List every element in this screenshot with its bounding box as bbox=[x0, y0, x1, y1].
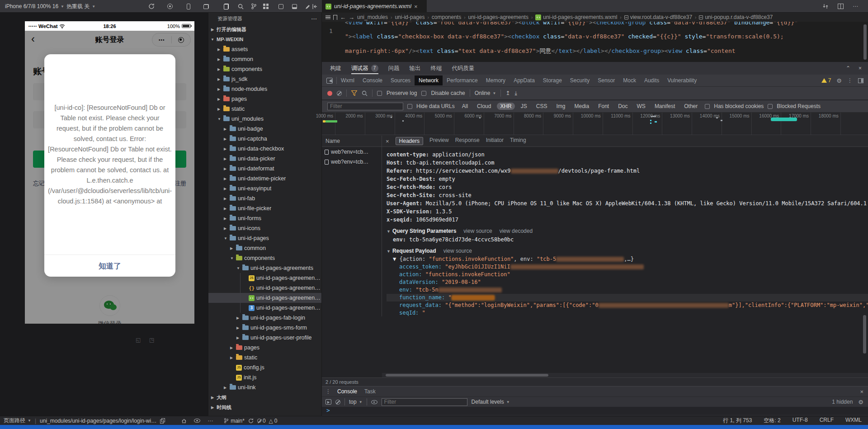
console-tab-task[interactable]: Task bbox=[364, 388, 376, 395]
tree-item-uni-file-picker[interactable]: ▶uni-file-picker bbox=[208, 203, 321, 213]
tree-item-uni-captcha[interactable]: ▶uni-captcha bbox=[208, 134, 321, 144]
query-string-section[interactable]: ▼Query String Parametersview sourceview … bbox=[387, 226, 868, 236]
payload-row-seqId[interactable]: seqId: " bbox=[387, 309, 868, 317]
payload-row-env[interactable]: env: "tcb-5n bbox=[387, 286, 868, 294]
tree-item-uni_modules[interactable]: ▼uni_modules bbox=[208, 114, 321, 124]
detail-tab-response[interactable]: Response bbox=[455, 137, 480, 145]
import-har-icon[interactable]: ↥ bbox=[505, 90, 510, 96]
sidebar-files-button[interactable] bbox=[220, 0, 232, 13]
filter-pill-manifest[interactable]: Manifest bbox=[651, 103, 678, 110]
filter-pill-cloud[interactable]: Cloud bbox=[474, 103, 494, 110]
payload-row-function_name[interactable]: function_name: " bbox=[387, 294, 868, 302]
editor-scrollbar[interactable] bbox=[863, 24, 867, 60]
eval-context-icon[interactable] bbox=[326, 399, 331, 405]
console-tab-console[interactable]: Console bbox=[337, 388, 357, 395]
tree-item-uni-datetime-picker[interactable]: ▶uni-datetime-picker bbox=[208, 174, 321, 184]
page-path-value[interactable]: uni_modules/uni-id-pages/pages/login/log… bbox=[40, 418, 156, 424]
filter-pill-js[interactable]: JS bbox=[518, 103, 530, 110]
request-row[interactable]: web?env=tcb… bbox=[322, 157, 382, 167]
tree-item-uni-dateformat[interactable]: ▶uni-dateformat bbox=[208, 164, 321, 174]
breadcrumb-item[interactable]: ‹›uni-id-pages-agreements.wxml bbox=[535, 14, 617, 20]
tree-item-js_sdk[interactable]: ▶js_sdk bbox=[208, 74, 321, 84]
close-detail-icon[interactable]: × bbox=[386, 138, 389, 145]
breadcrumb-item[interactable]: view.root.data-v-df88ce37 bbox=[624, 14, 692, 20]
export-har-icon[interactable]: ⤓ bbox=[514, 90, 517, 96]
tree-item-common[interactable]: ▶common bbox=[208, 54, 321, 64]
git-branch-status[interactable]: main* bbox=[224, 418, 245, 424]
tree-item-uni-id-pages-user-profile[interactable]: ▶uni-id-pages-user-profile bbox=[208, 333, 321, 343]
collapse-sidebar-button[interactable] bbox=[312, 0, 318, 13]
filter-pill-ws[interactable]: WS bbox=[634, 103, 649, 110]
detail-tab-initiator[interactable]: Initiator bbox=[486, 137, 504, 145]
detail-tab-timing[interactable]: Timing bbox=[510, 137, 526, 145]
panel-tab-代码质量[interactable]: 代码质量 bbox=[452, 62, 475, 75]
tree-item-node-modules[interactable]: ▶node-modules bbox=[208, 84, 321, 94]
view-source-link[interactable]: view source bbox=[443, 248, 472, 254]
split-editor-button[interactable] bbox=[835, 0, 846, 13]
open-editors-section[interactable]: ▶打开的编辑器 bbox=[208, 24, 321, 34]
filter-pill-font[interactable]: Font bbox=[595, 103, 612, 110]
tree-item-uni-data-checkbox[interactable]: ▶uni-data-checkbox bbox=[208, 144, 321, 154]
tree-item-pages[interactable]: ▶pages bbox=[208, 94, 321, 104]
encoding[interactable]: UTF-8 bbox=[793, 417, 808, 424]
tree-item-assets[interactable]: ▶assets bbox=[208, 44, 321, 54]
simulator-control-icon[interactable]: ◱ bbox=[136, 337, 141, 343]
tree-item-uni-id-pages-agreements[interactable]: ▼uni-id-pages-agreements bbox=[208, 263, 321, 273]
devtools-tab-memory[interactable]: Memory bbox=[482, 75, 509, 85]
tree-item-common[interactable]: ▶common bbox=[208, 243, 321, 253]
request-payload-section[interactable]: ▼Request Payloadview source bbox=[387, 246, 868, 255]
tree-item-static[interactable]: ▶static bbox=[208, 104, 321, 114]
detail-h-scrollbar[interactable] bbox=[382, 373, 868, 377]
devtools-tab-console[interactable]: Console bbox=[359, 75, 387, 85]
name-column-header[interactable]: Name bbox=[322, 136, 382, 147]
payload-row-action[interactable]: action: "functions.invokeFunction" bbox=[387, 271, 868, 278]
code-area[interactable]: 1 <view wx:if="{{a}}" class="root data-v… bbox=[322, 22, 868, 62]
watch-eye-icon[interactable] bbox=[194, 418, 200, 424]
cursor-position[interactable]: 行 1, 列 753 bbox=[723, 417, 752, 424]
tree-item-uni-id-pages-agreemen[interactable]: 3uni-id-pages-agreemen… bbox=[208, 303, 321, 313]
explorer-more-icon[interactable]: ⋯ bbox=[311, 15, 317, 22]
context-select[interactable]: top▼ bbox=[349, 399, 363, 405]
tree-item-initjs[interactable]: JSinit.js bbox=[208, 372, 321, 382]
tree-item-uni-id-pages[interactable]: ▼uni-id-pages bbox=[208, 233, 321, 243]
tree-item-uni-id-pages-fab-login[interactable]: ▶uni-id-pages-fab-login bbox=[208, 313, 321, 323]
timeline-section[interactable]: ▶时间线 bbox=[208, 402, 321, 412]
sidebar-extensions-button[interactable] bbox=[260, 0, 272, 13]
tree-item-uni-fab[interactable]: ▶uni-fab bbox=[208, 193, 321, 203]
page-path-select[interactable]: 页面路径▼ bbox=[4, 417, 31, 424]
close-drawer-icon[interactable]: × bbox=[860, 388, 868, 395]
payload-preview-row[interactable]: ▼ {action: "functions.invokeFunction", e… bbox=[387, 255, 868, 263]
settings-gear-icon[interactable]: ⚙ bbox=[836, 77, 842, 84]
filter-funnel-icon[interactable] bbox=[351, 90, 357, 96]
open-changes-button[interactable] bbox=[820, 0, 831, 13]
panel-tab-调试器[interactable]: 调试器7 bbox=[351, 62, 378, 75]
close-tab-icon[interactable]: × bbox=[414, 3, 418, 10]
panel-tab-构建[interactable]: 构建 bbox=[330, 62, 341, 75]
multi-window-button[interactable] bbox=[200, 0, 212, 13]
breadcrumb-item[interactable]: components bbox=[432, 14, 461, 20]
console-filter-input[interactable] bbox=[382, 398, 467, 406]
forward-arrow-icon[interactable]: → bbox=[349, 14, 354, 21]
payload-row-access_token[interactable]: access_token: "eyJhbGciOiJIUzI1NiI bbox=[387, 263, 868, 271]
devtools-tab-mock[interactable]: Mock bbox=[619, 75, 640, 85]
dock-side-icon[interactable] bbox=[858, 78, 863, 83]
simulator-control-icon[interactable]: ◳ bbox=[149, 337, 154, 343]
problems-status[interactable]: 0 △ 0 bbox=[257, 418, 278, 424]
filter-pill-css[interactable]: CSS bbox=[533, 103, 551, 110]
has-blocked-cookies-checkbox[interactable] bbox=[705, 104, 710, 109]
payload-row-dataVersion[interactable]: dataVersion: "2019-08-16" bbox=[387, 278, 868, 286]
editor-tab[interactable]: ‹› uni-id-pages-agreements.wxml × bbox=[322, 0, 427, 13]
tree-item-static[interactable]: ▶static bbox=[208, 353, 321, 363]
tree-item-uni-badge[interactable]: ▶uni-badge bbox=[208, 124, 321, 134]
bookmark-icon[interactable] bbox=[333, 15, 337, 20]
panel-toggle-button[interactable] bbox=[288, 0, 300, 13]
tree-item-uni-link[interactable]: ▶uni-link bbox=[208, 382, 321, 392]
filter-pill-img[interactable]: Img bbox=[553, 103, 568, 110]
blocked-requests-checkbox[interactable] bbox=[768, 104, 773, 109]
devtools-tab-audits[interactable]: Audits bbox=[640, 75, 663, 85]
devtools-tab-sensor[interactable]: Sensor bbox=[594, 75, 619, 85]
request-headers-pane[interactable]: content-type: application/jsonHost: tcb-… bbox=[382, 147, 868, 373]
warnings-badge[interactable]: 7 bbox=[821, 77, 831, 84]
layout-button[interactable] bbox=[275, 0, 287, 13]
preview-phone-button[interactable] bbox=[183, 0, 194, 13]
